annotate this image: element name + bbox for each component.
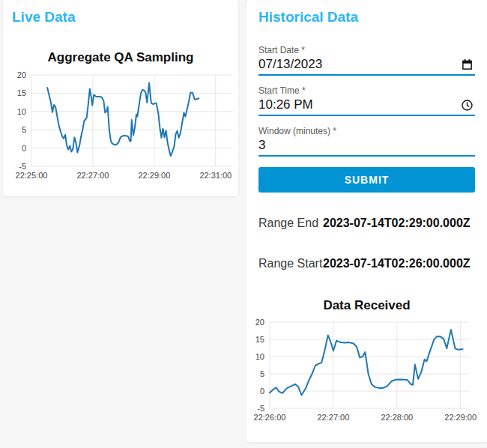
live-data-panel: Live Data Aggregate QA Sampling 20151050… bbox=[3, 0, 238, 196]
range-end-row: Range End 2023-07-14T02:29:00.000Z bbox=[258, 217, 475, 230]
svg-text:-5: -5 bbox=[19, 162, 26, 171]
historical-data-panel: Historical Data Start Date * 07/13/2023 bbox=[246, 0, 487, 442]
live-data-heading: Live Data bbox=[12, 9, 226, 25]
historical-chart[interactable]: 20151050-522:26:0022:27:0022:28:0022:29:… bbox=[251, 316, 486, 425]
svg-text:22:27:00: 22:27:00 bbox=[317, 413, 349, 422]
svg-text:15: 15 bbox=[255, 335, 264, 344]
svg-text:15: 15 bbox=[17, 88, 26, 97]
live-chart[interactable]: 20151050-522:25:0022:27:0022:29:0022:31:… bbox=[4, 69, 235, 181]
svg-text:20: 20 bbox=[255, 318, 264, 327]
submit-button[interactable]: SUBMIT bbox=[258, 167, 475, 193]
historical-form: Start Date * 07/13/2023 Start Time * bbox=[246, 39, 487, 193]
range-start-label: Range Start bbox=[258, 257, 323, 270]
svg-text:10: 10 bbox=[255, 352, 264, 361]
svg-text:5: 5 bbox=[22, 125, 26, 134]
start-time-field[interactable]: Start Time * 10:26 PM bbox=[258, 79, 475, 116]
calendar-icon[interactable] bbox=[461, 58, 474, 71]
live-chart-title: Aggregate QA Sampling bbox=[3, 49, 238, 65]
clock-icon[interactable] bbox=[461, 99, 474, 112]
start-time-label: Start Time * bbox=[258, 85, 475, 96]
svg-text:22:25:00: 22:25:00 bbox=[16, 171, 48, 180]
svg-text:22:29:00: 22:29:00 bbox=[444, 413, 477, 422]
historical-data-heading: Historical Data bbox=[258, 9, 475, 25]
window-minutes-input[interactable]: 3 bbox=[258, 138, 265, 153]
svg-text:22:28:00: 22:28:00 bbox=[381, 413, 413, 422]
range-start-value: 2023-07-14T02:26:00.000Z bbox=[323, 257, 471, 270]
svg-text:0: 0 bbox=[22, 144, 26, 153]
svg-text:5: 5 bbox=[260, 369, 264, 378]
svg-text:22:27:00: 22:27:00 bbox=[76, 171, 109, 180]
svg-text:20: 20 bbox=[17, 70, 26, 79]
historical-chart-title: Data Received bbox=[246, 297, 487, 313]
svg-text:22:29:00: 22:29:00 bbox=[138, 171, 170, 180]
svg-text:22:31:00: 22:31:00 bbox=[199, 171, 232, 180]
svg-text:0: 0 bbox=[260, 387, 264, 396]
range-start-row: Range Start 2023-07-14T02:26:00.000Z bbox=[258, 257, 475, 270]
svg-text:22:26:00: 22:26:00 bbox=[254, 413, 286, 422]
start-date-input[interactable]: 07/13/2023 bbox=[258, 57, 322, 72]
range-end-label: Range End bbox=[258, 217, 323, 230]
svg-text:-5: -5 bbox=[257, 404, 264, 413]
start-date-label: Start Date * bbox=[258, 45, 475, 55]
window-minutes-label: Window (minutes) * bbox=[258, 126, 475, 136]
range-end-value: 2023-07-14T02:29:00.000Z bbox=[323, 217, 471, 230]
svg-text:10: 10 bbox=[17, 107, 26, 116]
window-minutes-field[interactable]: Window (minutes) * 3 bbox=[258, 120, 475, 157]
start-time-input[interactable]: 10:26 PM bbox=[258, 97, 313, 112]
start-date-field[interactable]: Start Date * 07/13/2023 bbox=[258, 39, 475, 76]
